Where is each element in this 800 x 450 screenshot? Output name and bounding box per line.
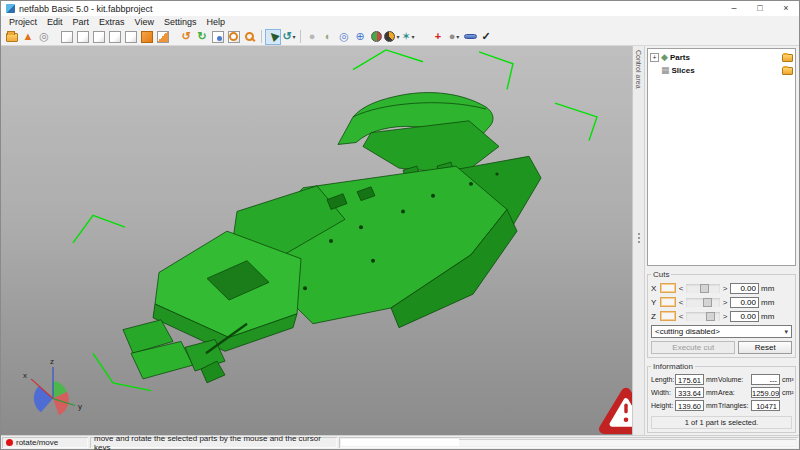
cut-z-decrement[interactable]: <	[678, 312, 684, 321]
zoom-out-icon[interactable]: ↺	[178, 29, 194, 45]
open-folder-icon[interactable]	[782, 67, 793, 75]
view-cube-default-icon[interactable]	[59, 29, 75, 45]
slider-thumb[interactable]	[703, 298, 712, 307]
cutting-mode-dropdown[interactable]: <cutting disabled> ▾	[651, 325, 792, 338]
view-cube-front-icon[interactable]	[107, 29, 123, 45]
minimize-button[interactable]: –	[721, 1, 747, 16]
open-project-icon[interactable]	[4, 29, 20, 45]
zoom-in-icon[interactable]: ↻	[194, 29, 210, 45]
width-unit: mm	[705, 389, 717, 396]
info-row-width: Width: 333.64 mm Area: 1259.09 cm²	[651, 386, 792, 399]
reset-button[interactable]: Reset	[738, 341, 792, 354]
axes-gizmo: z x y	[23, 357, 82, 415]
cut-y-increment[interactable]: >	[722, 298, 728, 307]
tree-item-slices[interactable]: ▦ Slices	[649, 64, 794, 77]
cut-y-toggle[interactable]	[660, 297, 676, 307]
menu-settings[interactable]: Settings	[159, 17, 202, 27]
settings-icon[interactable]: ◎	[36, 29, 52, 45]
cut-z-toggle[interactable]	[660, 311, 676, 321]
parts-icon: ◆	[661, 53, 668, 62]
open-folder-icon[interactable]	[782, 54, 793, 62]
tree-label-parts: Parts	[670, 53, 780, 62]
cut-y-label: Y	[651, 298, 658, 307]
axis-z-label: z	[50, 357, 54, 366]
view-cube-bottom-icon[interactable]	[91, 29, 107, 45]
viewport-3d[interactable]: z x y	[1, 46, 632, 435]
slider-thumb[interactable]	[706, 312, 715, 321]
cut-y-decrement[interactable]: <	[678, 298, 684, 307]
cuts-title: Cuts	[651, 270, 671, 279]
record-dot-icon	[6, 439, 13, 446]
information-group: Information Length: 175.61 mm Volume: --…	[647, 362, 796, 433]
area-value: 1259.09	[751, 387, 780, 398]
cut-y-value[interactable]	[730, 297, 759, 308]
length-label: Length:	[651, 376, 674, 383]
menu-part[interactable]: Part	[68, 17, 95, 27]
menu-edit[interactable]: Edit	[42, 17, 68, 27]
menu-project[interactable]: Project	[4, 17, 42, 27]
fit-view-icon[interactable]	[210, 29, 226, 45]
triangles-value: 10471	[751, 400, 780, 411]
control-panel: Control area + ◆ Parts ▦ Slices	[632, 46, 799, 435]
slider-thumb[interactable]	[700, 284, 709, 293]
view-cube-top-icon[interactable]	[75, 29, 91, 45]
status-hint: move and rotate the selected parts by th…	[90, 437, 337, 448]
length-unit: mm	[705, 376, 717, 383]
repair-icon[interactable]: +	[430, 29, 446, 45]
chevron-down-icon: ▾	[293, 33, 296, 40]
slices-view-icon[interactable]	[368, 29, 384, 45]
execute-cut-button[interactable]: Execute cut	[651, 341, 735, 354]
tree-item-parts[interactable]: + ◆ Parts	[649, 51, 794, 64]
info-row-height: Height: 139.60 mm Triangles: 10471	[651, 399, 792, 412]
cut-x-slider[interactable]	[686, 284, 720, 293]
window-title: netfabb Basic 5.0 - kit.fabbproject	[19, 4, 721, 14]
cut-x-increment[interactable]: >	[722, 284, 728, 293]
model-kit[interactable]	[123, 93, 541, 383]
cut-y-slider[interactable]	[686, 298, 720, 307]
zoom-selection-icon[interactable]	[226, 29, 242, 45]
menu-view[interactable]: View	[130, 17, 159, 27]
progress-chunk	[341, 439, 459, 446]
app-icon	[6, 4, 15, 13]
netfabb-window: netfabb Basic 5.0 - kit.fabbproject – □ …	[0, 0, 800, 450]
shells-icon[interactable]: ◐	[320, 29, 336, 45]
wireframe-icon[interactable]: ⊕	[352, 29, 368, 45]
move-parts-icon[interactable]: ◎	[336, 29, 352, 45]
volume-label: Volume:	[718, 376, 750, 383]
cut-z-increment[interactable]: >	[722, 312, 728, 321]
select-tool-icon[interactable]: ▶	[265, 29, 281, 45]
cut-x-toggle[interactable]	[660, 283, 676, 293]
apply-icon[interactable]: ✓	[478, 29, 494, 45]
menu-extras[interactable]: Extras	[94, 17, 130, 27]
scene[interactable]: z x y	[1, 46, 632, 435]
cut-x-value[interactable]	[730, 283, 759, 294]
import-part-icon[interactable]: ▲	[20, 29, 36, 45]
magnifier-icon[interactable]	[242, 29, 258, 45]
view-cube-right-icon[interactable]	[155, 29, 171, 45]
status-progress	[339, 437, 798, 448]
view-cube-left-icon[interactable]	[139, 29, 155, 45]
menu-help[interactable]: Help	[201, 17, 230, 27]
chevron-down-icon: ▾	[456, 33, 459, 40]
chevron-down-icon: ▾	[412, 33, 415, 40]
auto-repair-icon[interactable]: ●▾	[446, 29, 462, 45]
analysis-icon[interactable]: ▾	[384, 29, 400, 45]
cut-x-decrement[interactable]: <	[678, 284, 684, 293]
control-area-tab[interactable]: Control area	[633, 46, 645, 435]
maximize-button[interactable]: □	[747, 1, 773, 16]
chevron-down-icon: ▾	[784, 328, 788, 336]
parts-tree: + ◆ Parts ▦ Slices	[647, 48, 796, 266]
measure-icon[interactable]	[462, 29, 478, 45]
cut-z-value[interactable]	[730, 311, 759, 322]
expand-icon[interactable]: +	[650, 53, 659, 62]
cut-row-z: Z < > mm	[651, 309, 792, 323]
warning-icon[interactable]	[604, 393, 632, 429]
highlight-icon[interactable]: ✶▾	[400, 29, 416, 45]
cut-row-y: Y < > mm	[651, 295, 792, 309]
close-button[interactable]: ×	[773, 1, 799, 16]
cut-z-slider[interactable]	[686, 312, 720, 321]
axis-y-label: y	[78, 402, 82, 411]
rotate-tool-icon[interactable]: ↺▾	[281, 29, 297, 45]
single-shell-icon[interactable]: ●	[304, 29, 320, 45]
view-cube-back-icon[interactable]	[123, 29, 139, 45]
